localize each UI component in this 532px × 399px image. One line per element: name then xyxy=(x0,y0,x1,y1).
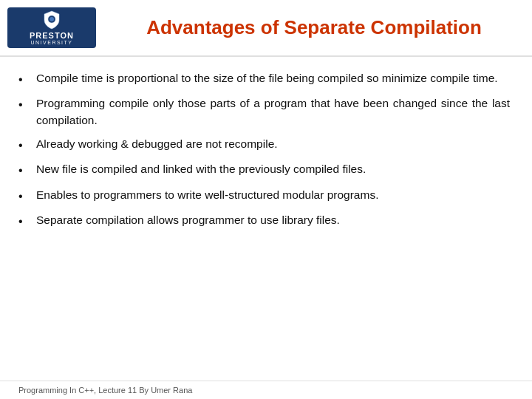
bullet-text: Enables to programmers to write well-str… xyxy=(36,187,378,203)
slide-content: •Compile time is proportional to the siz… xyxy=(0,57,532,381)
bullet-text: Already working & debugged are not recom… xyxy=(36,136,278,152)
bullet-dot-icon: • xyxy=(18,137,32,154)
logo-name: PRESTON xyxy=(30,31,74,40)
list-item: •Programming compile only those parts of… xyxy=(18,95,510,129)
slide-footer: Programming In C++, Lecture 11 By Umer R… xyxy=(0,381,532,399)
list-item: •New file is compiled and linked with th… xyxy=(18,161,510,179)
list-item: •Compile time is proportional to the siz… xyxy=(18,70,510,88)
bullet-dot-icon: • xyxy=(18,162,32,179)
list-item: •Separate compilation allows programmer … xyxy=(18,212,510,230)
bullet-list: •Compile time is proportional to the siz… xyxy=(18,70,510,237)
list-item: •Enables to programmers to write well-st… xyxy=(18,187,510,205)
bullet-text: New file is compiled and linked with the… xyxy=(36,161,366,177)
bullet-text: Programming compile only those parts of … xyxy=(36,95,510,129)
bullet-dot-icon: • xyxy=(18,213,32,230)
bullet-dot-icon: • xyxy=(18,188,32,205)
shield-icon xyxy=(44,10,60,30)
bullet-text: Compile time is proportional to the size… xyxy=(36,70,498,86)
logo-subtitle: UNIVERSITY xyxy=(30,40,72,45)
university-logo: PRESTON UNIVERSITY xyxy=(7,7,96,48)
svg-point-1 xyxy=(50,17,54,21)
bullet-dot-icon: • xyxy=(18,96,32,113)
slide-title: Advantages of Separate Compilation xyxy=(111,16,517,39)
list-item: •Already working & debugged are not reco… xyxy=(18,136,510,154)
slide: PRESTON UNIVERSITY Advantages of Separat… xyxy=(0,0,532,399)
bullet-dot-icon: • xyxy=(18,71,32,88)
bullet-text: Separate compilation allows programmer t… xyxy=(36,212,340,228)
slide-header: PRESTON UNIVERSITY Advantages of Separat… xyxy=(0,0,532,57)
